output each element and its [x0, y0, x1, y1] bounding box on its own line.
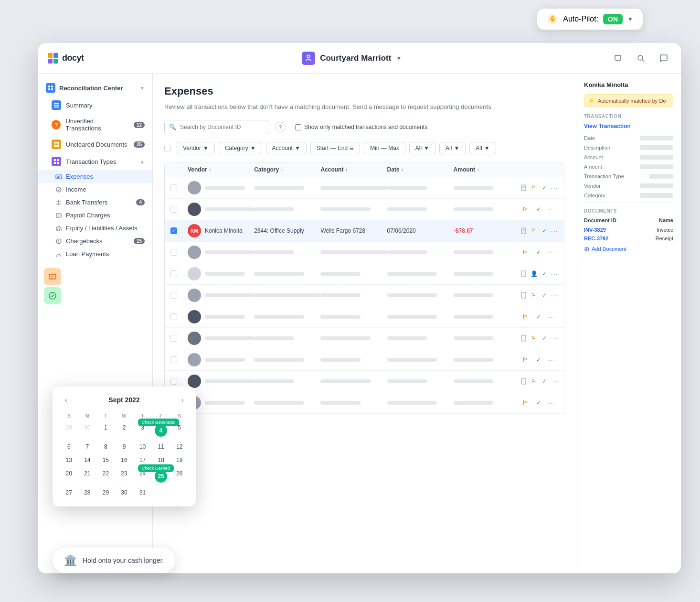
row4-more[interactable]: ···: [547, 247, 557, 258]
cal-day-29-prev[interactable]: 29: [60, 421, 78, 440]
sidebar-icon-orange[interactable]: [44, 268, 61, 285]
row11-more[interactable]: ···: [547, 398, 557, 408]
cal-day-30-prev[interactable]: 30: [79, 421, 96, 440]
sidebar-item-unverified[interactable]: ? Unverified Transactions 12: [38, 114, 152, 136]
amount-filter[interactable]: Min — Max: [364, 142, 405, 154]
row3-more-icon[interactable]: ···: [551, 226, 558, 236]
row1-check-icon[interactable]: ✓: [541, 183, 548, 193]
cal-day-22[interactable]: 22: [97, 467, 115, 485]
sidebar-icon-green[interactable]: [44, 287, 61, 304]
reconciliation-center-nav[interactable]: Reconciliation Center ▼: [38, 79, 152, 97]
cal-day-10[interactable]: 10: [134, 441, 151, 453]
row11-check[interactable]: ✓: [533, 398, 544, 408]
cal-day-31[interactable]: 31: [134, 486, 151, 499]
th-amount[interactable]: Amount ↕: [454, 166, 520, 173]
doc-id-1[interactable]: INV-3829: [584, 227, 606, 233]
search-button[interactable]: [633, 51, 648, 66]
doc-id-2[interactable]: REC-3792: [584, 236, 608, 241]
cal-day-12[interactable]: 12: [170, 441, 188, 453]
cal-day-23[interactable]: 23: [116, 467, 133, 485]
row1-cb[interactable]: [170, 184, 177, 191]
row4-cb[interactable]: [170, 249, 177, 256]
vendor-filter[interactable]: Vendor ▼: [177, 142, 215, 154]
row7-flag[interactable]: 🏳: [520, 312, 530, 322]
row1-checkbox[interactable]: [170, 184, 188, 191]
row7-more[interactable]: ···: [547, 312, 557, 322]
calendar-prev-button[interactable]: ‹: [60, 394, 72, 406]
notifications-button[interactable]: [610, 51, 626, 66]
cal-day-13[interactable]: 13: [60, 454, 78, 466]
row5-person[interactable]: 👤: [530, 269, 538, 279]
row10-flag[interactable]: 🏳: [530, 376, 538, 387]
cal-day-2[interactable]: 2: [116, 421, 133, 440]
th-date[interactable]: Date ↕: [387, 166, 454, 173]
row4-flag[interactable]: 🏳: [520, 247, 530, 258]
search-input[interactable]: [164, 120, 269, 134]
cal-day-21[interactable]: 21: [79, 467, 96, 485]
sidebar-item-uncleared[interactable]: Uncleared Documents 25: [38, 136, 152, 153]
sidebar-subitem-expenses[interactable]: Expenses: [38, 170, 152, 183]
all-filter-2[interactable]: All ▼: [439, 142, 466, 154]
select-all-checkbox[interactable]: [164, 145, 171, 151]
th-account[interactable]: Account ↕: [320, 166, 387, 173]
show-matched-checkbox[interactable]: Show only matched transactions and docum…: [295, 124, 427, 130]
row9-cb[interactable]: [170, 356, 177, 363]
row9-check[interactable]: ✓: [533, 355, 544, 365]
cal-day-11[interactable]: 11: [152, 441, 170, 453]
cal-day-1[interactable]: 1: [97, 421, 115, 440]
autopilot-chevron-icon[interactable]: ▼: [627, 16, 633, 22]
date-filter[interactable]: Start — End ☰: [310, 142, 360, 154]
add-document-button[interactable]: ⊕ Add Document: [584, 245, 673, 253]
row8-flag[interactable]: 🏳: [530, 333, 538, 344]
cal-day-9[interactable]: 9: [116, 441, 133, 453]
all-filter-3[interactable]: All ▼: [469, 142, 496, 154]
row6-flag[interactable]: 🏳: [530, 290, 538, 301]
cal-day-29[interactable]: 29: [97, 486, 115, 499]
cal-day-19[interactable]: 19: [170, 454, 188, 466]
row8-more[interactable]: ···: [551, 333, 558, 344]
show-matched-input[interactable]: [295, 124, 301, 130]
row3-doc-icon[interactable]: [520, 226, 528, 236]
row10-more[interactable]: ···: [551, 376, 558, 387]
sidebar-subitem-payroll[interactable]: Payroll Charges: [38, 209, 152, 222]
row4-check[interactable]: ✓: [533, 247, 544, 258]
sidebar-subitem-loan-payments[interactable]: Loan Payments: [38, 247, 152, 260]
row1-more-icon[interactable]: ···: [551, 183, 558, 193]
row3-cb[interactable]: ✓: [170, 227, 177, 234]
cal-day-6[interactable]: 6: [60, 441, 78, 453]
row5-doc[interactable]: [520, 269, 528, 279]
sidebar-item-summary[interactable]: Summary: [38, 97, 152, 114]
row10-cb[interactable]: [170, 378, 177, 385]
cal-day-7[interactable]: 7: [79, 441, 96, 453]
cal-day-27[interactable]: 27: [60, 486, 78, 499]
cal-day-8[interactable]: 8: [97, 441, 115, 453]
row8-doc[interactable]: [520, 333, 528, 344]
view-transaction-button[interactable]: View Transaction: [584, 123, 673, 129]
account-filter[interactable]: Account ▼: [266, 142, 307, 154]
th-category[interactable]: Category ↕: [254, 166, 320, 173]
sidebar-subitem-chargebacks[interactable]: Chargebacks 15: [38, 235, 152, 247]
row2-flag-icon[interactable]: 🏳: [520, 204, 530, 215]
row5-check[interactable]: ✓: [541, 269, 548, 279]
cal-day-20[interactable]: 20: [60, 467, 78, 485]
row3-flag-icon[interactable]: 🏳: [530, 226, 538, 236]
row3-checkbox[interactable]: ✓: [170, 227, 188, 234]
row9-more[interactable]: ···: [547, 355, 557, 365]
cal-day-14[interactable]: 14: [79, 454, 96, 466]
row1-doc-icon[interactable]: [520, 183, 528, 193]
th-vendor[interactable]: Vendor ↕: [188, 166, 254, 173]
calendar-next-button[interactable]: ›: [177, 394, 188, 406]
row5-cb[interactable]: [170, 270, 177, 277]
row8-check[interactable]: ✓: [541, 333, 548, 344]
row1-flag-icon[interactable]: 🏳: [530, 183, 538, 193]
cal-day-16[interactable]: 16: [116, 454, 133, 466]
help-icon[interactable]: ?: [275, 122, 286, 132]
row5-more[interactable]: ···: [551, 269, 558, 279]
cal-day-4[interactable]: 4 Check Generated: [152, 421, 170, 440]
cal-day-28[interactable]: 28: [79, 486, 96, 499]
sidebar-subitem-equity[interactable]: Equity / Liabilities / Assets: [38, 222, 152, 235]
row6-cb[interactable]: [170, 292, 177, 299]
row2-cb[interactable]: [170, 206, 177, 213]
all-filter-1[interactable]: All ▼: [409, 142, 435, 154]
row10-check[interactable]: ✓: [541, 376, 548, 387]
